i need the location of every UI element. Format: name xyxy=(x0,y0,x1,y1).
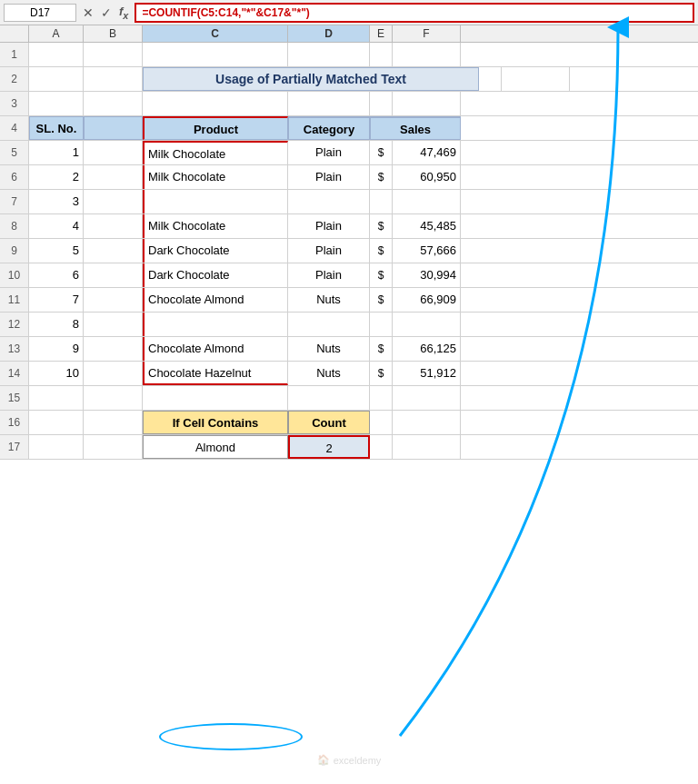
col-header-e[interactable]: E xyxy=(370,25,393,42)
cell-c3[interactable] xyxy=(143,92,288,115)
cell-e15[interactable] xyxy=(370,386,393,410)
title-cell[interactable]: Usage of Partially Matched Text xyxy=(143,67,479,91)
cell-a7[interactable]: 3 xyxy=(29,190,84,213)
cell-b8[interactable] xyxy=(84,214,143,238)
cell-d13[interactable]: Nuts xyxy=(288,337,370,361)
cell-f5[interactable]: 47,469 xyxy=(393,141,461,164)
cell-c6[interactable]: Milk Chocolate xyxy=(143,165,288,189)
cell-b9[interactable] xyxy=(84,239,143,263)
cell-e2[interactable] xyxy=(479,67,502,91)
cell-d6[interactable]: Plain xyxy=(288,165,370,189)
cell-a3[interactable] xyxy=(29,92,84,115)
col-header-d[interactable]: D xyxy=(288,25,370,42)
cell-a5[interactable]: 1 xyxy=(29,141,84,164)
cell-f16[interactable] xyxy=(393,411,461,434)
cell-a10[interactable]: 6 xyxy=(29,263,84,287)
cell-c16-summary-header[interactable]: If Cell Contains xyxy=(143,411,288,434)
cell-d11[interactable]: Nuts xyxy=(288,288,370,312)
cell-e14[interactable]: $ xyxy=(370,362,393,385)
cell-a8[interactable]: 4 xyxy=(29,214,84,238)
cell-a6[interactable]: 2 xyxy=(29,165,84,189)
cell-e3[interactable] xyxy=(370,92,393,115)
cell-c8[interactable]: Milk Chocolate xyxy=(143,214,288,238)
cell-d12[interactable] xyxy=(288,313,370,336)
cell-d3[interactable] xyxy=(288,92,370,115)
cell-a11[interactable]: 7 xyxy=(29,288,84,312)
cell-c11[interactable]: Chocolate Almond xyxy=(143,288,288,312)
cell-e8[interactable]: $ xyxy=(370,214,393,238)
cell-f7[interactable] xyxy=(393,190,461,213)
col-header-c[interactable]: C xyxy=(143,25,288,42)
cell-b16[interactable] xyxy=(84,411,143,434)
cell-c4[interactable]: Product xyxy=(143,116,288,140)
cell-c5[interactable]: Milk Chocolate xyxy=(143,141,288,164)
cell-d14[interactable]: Nuts xyxy=(288,362,370,385)
cell-b17[interactable] xyxy=(84,435,143,459)
cell-f1[interactable] xyxy=(393,43,461,66)
cell-f11[interactable]: 66,909 xyxy=(393,288,461,312)
cell-f3[interactable] xyxy=(393,92,461,115)
cell-b13[interactable] xyxy=(84,337,143,361)
cell-b4[interactable] xyxy=(84,116,143,140)
cell-b3[interactable] xyxy=(84,92,143,115)
cell-a2[interactable] xyxy=(29,67,84,91)
cell-e9[interactable]: $ xyxy=(370,239,393,263)
cancel-icon[interactable]: ✕ xyxy=(80,5,96,20)
cell-a15[interactable] xyxy=(29,386,84,410)
cell-d5[interactable]: Plain xyxy=(288,141,370,164)
cell-b11[interactable] xyxy=(84,288,143,312)
cell-a9[interactable]: 5 xyxy=(29,239,84,263)
cell-d17-count[interactable]: 2 xyxy=(288,435,370,459)
cell-b12[interactable] xyxy=(84,313,143,336)
cell-b7[interactable] xyxy=(84,190,143,213)
confirm-icon[interactable]: ✓ xyxy=(98,5,115,20)
cell-e16[interactable] xyxy=(370,411,393,434)
cell-e7[interactable] xyxy=(370,190,393,213)
cell-c12[interactable] xyxy=(143,313,288,336)
cell-f2[interactable] xyxy=(502,67,570,91)
cell-f8[interactable]: 45,485 xyxy=(393,214,461,238)
col-header-a[interactable]: A xyxy=(29,25,84,42)
cell-f17[interactable] xyxy=(393,435,461,459)
cell-d8[interactable]: Plain xyxy=(288,214,370,238)
cell-e11[interactable]: $ xyxy=(370,288,393,312)
cell-c1[interactable] xyxy=(143,43,288,66)
cell-f9[interactable]: 57,666 xyxy=(393,239,461,263)
cell-c14[interactable]: Chocolate Hazelnut xyxy=(143,362,288,385)
cell-a16[interactable] xyxy=(29,411,84,434)
cell-b15[interactable] xyxy=(84,386,143,410)
cell-d10[interactable]: Plain xyxy=(288,263,370,287)
cell-d1[interactable] xyxy=(288,43,370,66)
cell-e5[interactable]: $ xyxy=(370,141,393,164)
cell-d9[interactable]: Plain xyxy=(288,239,370,263)
col-header-b[interactable]: B xyxy=(84,25,143,42)
cell-f15[interactable] xyxy=(393,386,461,410)
cell-f12[interactable] xyxy=(393,313,461,336)
cell-b6[interactable] xyxy=(84,165,143,189)
cell-f6[interactable]: 60,950 xyxy=(393,165,461,189)
cell-a12[interactable]: 8 xyxy=(29,313,84,336)
cell-b5[interactable] xyxy=(84,141,143,164)
cell-f10[interactable]: 30,994 xyxy=(393,263,461,287)
cell-c17-almond[interactable]: Almond xyxy=(143,435,288,459)
name-box[interactable] xyxy=(4,4,76,22)
cell-f14[interactable]: 51,912 xyxy=(393,362,461,385)
cell-d16-count-header[interactable]: Count xyxy=(288,411,370,434)
insert-function-icon[interactable]: fx xyxy=(116,5,131,21)
cell-a17[interactable] xyxy=(29,435,84,459)
cell-c13[interactable]: Chocolate Almond xyxy=(143,337,288,361)
cell-e17[interactable] xyxy=(370,435,393,459)
cell-c7[interactable] xyxy=(143,190,288,213)
cell-d7[interactable] xyxy=(288,190,370,213)
cell-b10[interactable] xyxy=(84,263,143,287)
cell-e13[interactable]: $ xyxy=(370,337,393,361)
cell-b2[interactable] xyxy=(84,67,143,91)
cell-c9[interactable]: Dark Chocolate xyxy=(143,239,288,263)
cell-e6[interactable]: $ xyxy=(370,165,393,189)
cell-c10[interactable]: Dark Chocolate xyxy=(143,263,288,287)
cell-a14[interactable]: 10 xyxy=(29,362,84,385)
cell-b14[interactable] xyxy=(84,362,143,385)
cell-e10[interactable]: $ xyxy=(370,263,393,287)
cell-f13[interactable]: 66,125 xyxy=(393,337,461,361)
cell-c15[interactable] xyxy=(143,386,288,410)
